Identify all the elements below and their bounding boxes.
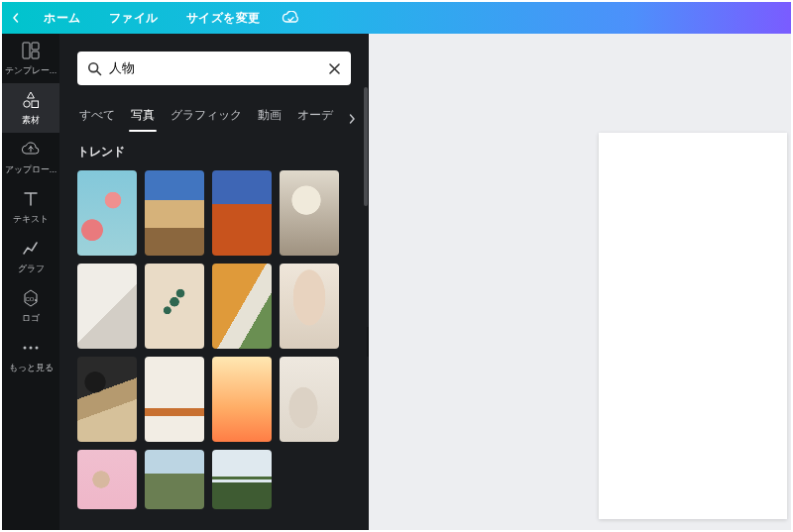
section-trending-title: トレンド <box>77 144 351 160</box>
result-thumbnail[interactable] <box>280 357 339 442</box>
search-input[interactable] <box>109 61 319 76</box>
back-chevron-icon[interactable] <box>2 13 30 23</box>
menu-resize[interactable]: サイズを変更 <box>172 10 275 27</box>
svg-point-8 <box>30 347 33 350</box>
elements-icon <box>20 89 42 111</box>
svg-point-10 <box>88 62 97 71</box>
sidebar-item-label: テキスト <box>13 213 49 226</box>
search-icon <box>85 59 103 77</box>
result-thumbnail[interactable] <box>77 264 137 349</box>
tab-audio[interactable]: オーデ <box>295 101 335 136</box>
results-grid <box>77 170 351 530</box>
upload-icon <box>20 139 42 160</box>
tabs-scroll-right-icon[interactable] <box>347 110 357 128</box>
svg-rect-4 <box>32 101 39 108</box>
result-thumbnail[interactable] <box>77 450 137 509</box>
sidebar-item-text[interactable]: テキスト <box>2 182 59 232</box>
tab-all[interactable]: すべて <box>77 101 117 136</box>
tab-graphics[interactable]: グラフィック <box>169 101 244 136</box>
chart-icon <box>20 238 42 260</box>
results-scroll[interactable]: トレンド <box>59 136 369 530</box>
logo-icon: CO₂ <box>20 287 42 309</box>
result-thumbnail[interactable] <box>145 170 204 256</box>
panel-scrollbar-thumb[interactable] <box>364 87 368 206</box>
sidebar-item-charts[interactable]: グラフ <box>2 232 59 281</box>
sidebar-item-label: アップロー... <box>5 163 57 176</box>
sidebar-item-more[interactable]: もっと見る <box>2 331 59 380</box>
sidebar-item-label: グラフ <box>18 263 45 275</box>
result-thumbnail[interactable] <box>212 450 272 509</box>
result-thumbnail[interactable] <box>212 357 272 442</box>
more-icon <box>20 337 42 359</box>
sidebar-item-elements[interactable]: 素材 <box>2 83 59 133</box>
cloud-sync-icon[interactable] <box>279 6 302 30</box>
top-menu-bar: ホーム ファイル サイズを変更 <box>2 2 791 34</box>
sidebar-item-label: テンプレー... <box>5 64 57 77</box>
app-root: ホーム ファイル サイズを変更 テンプレー... 素材 アップロー... <box>0 0 793 532</box>
result-thumbnail[interactable] <box>145 450 204 509</box>
sidebar-item-label: もっと見る <box>9 362 54 374</box>
svg-rect-2 <box>32 52 39 58</box>
templates-icon <box>20 40 42 61</box>
svg-rect-1 <box>32 43 39 50</box>
canvas-area[interactable] <box>369 34 791 530</box>
filter-tabs: すべて 写真 グラフィック 動画 オーデ <box>59 95 369 136</box>
tab-videos[interactable]: 動画 <box>256 101 283 136</box>
result-thumbnail[interactable] <box>145 357 204 442</box>
search-box[interactable] <box>77 52 351 85</box>
tab-photos[interactable]: 写真 <box>129 101 157 136</box>
sidebar-item-label: ロゴ <box>22 312 40 325</box>
elements-panel: すべて 写真 グラフィック 動画 オーデ トレンド <box>59 34 369 530</box>
search-wrap <box>59 34 369 95</box>
left-sidebar: テンプレー... 素材 アップロー... テキスト グラフ <box>2 34 59 530</box>
clear-search-icon[interactable] <box>325 59 343 77</box>
text-icon <box>20 188 42 210</box>
svg-point-3 <box>24 101 30 107</box>
sidebar-item-uploads[interactable]: アップロー... <box>2 133 59 182</box>
result-thumbnail[interactable] <box>280 170 339 256</box>
result-thumbnail[interactable] <box>77 357 137 442</box>
result-thumbnail[interactable] <box>280 264 339 349</box>
sidebar-item-templates[interactable]: テンプレー... <box>2 34 59 83</box>
design-page[interactable] <box>599 133 787 519</box>
result-thumbnail[interactable] <box>212 170 272 256</box>
menu-file[interactable]: ファイル <box>95 10 172 27</box>
svg-point-7 <box>24 347 27 350</box>
result-thumbnail[interactable] <box>77 170 137 256</box>
svg-text:CO₂: CO₂ <box>26 296 38 302</box>
menu-home[interactable]: ホーム <box>30 10 95 27</box>
result-thumbnail[interactable] <box>145 264 204 349</box>
sidebar-item-label: 素材 <box>22 114 40 127</box>
sidebar-item-logos[interactable]: CO₂ ロゴ <box>2 281 59 331</box>
svg-rect-0 <box>23 43 30 58</box>
svg-point-9 <box>36 347 39 350</box>
result-thumbnail[interactable] <box>212 264 272 349</box>
